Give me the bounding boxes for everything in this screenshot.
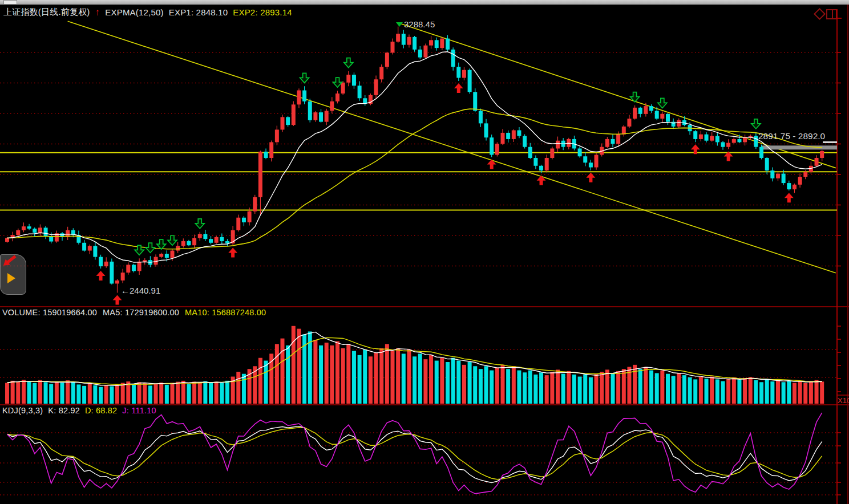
current-price-range-label: 2891.75 - 2892.0 xyxy=(758,131,825,141)
kdj-pane[interactable] xyxy=(0,405,849,504)
kdj-j-value: J: 111.10 xyxy=(122,406,156,415)
symbol-title: 上证指数(日线.前复权) xyxy=(3,7,90,18)
left-scroll-widget[interactable] xyxy=(0,254,26,295)
expand-right-icon[interactable] xyxy=(7,273,15,283)
indicator-name: EXPMA(12,50) xyxy=(105,7,163,17)
trough-price-annotation: ←2440.91 xyxy=(121,286,160,295)
volume-header: VOLUME: 159019664.00 MA5: 172919600.00 M… xyxy=(2,308,266,317)
volume-ma5-value: MA5: 172919600.00 xyxy=(103,308,179,317)
main-chart-pane[interactable] xyxy=(0,5,849,307)
kdj-k-value: K: 82.92 xyxy=(48,406,80,415)
main-chart-header: 上证指数(日线.前复权) ↑ EXPMA(12,50) EXP1: 2848.1… xyxy=(3,7,292,18)
peak-price-text: 3288.45 xyxy=(404,19,435,29)
volume-value: VOLUME: 159019664.00 xyxy=(2,308,97,317)
up-arrow-icon: ↑ xyxy=(95,8,100,17)
exp2-value: EXP2: 2893.14 xyxy=(233,7,292,17)
exp1-value: EXP1: 2848.10 xyxy=(169,7,228,17)
volume-pane[interactable] xyxy=(0,307,849,405)
volume-multiplier-label: X10 xyxy=(838,396,849,405)
volume-ma10-value: MA10: 156887248.00 xyxy=(185,308,266,317)
peak-price-annotation: 3288.45 xyxy=(396,19,435,29)
red-arrow-icon xyxy=(1,253,18,269)
kdj-header: KDJ(9,3,3) K: 82.92 D: 68.82 J: 111.10 xyxy=(2,406,156,415)
kdj-name: KDJ(9,3,3) xyxy=(2,406,43,415)
kdj-d-value: D: 68.82 xyxy=(85,406,117,415)
peak-green-mark-icon xyxy=(396,22,403,27)
